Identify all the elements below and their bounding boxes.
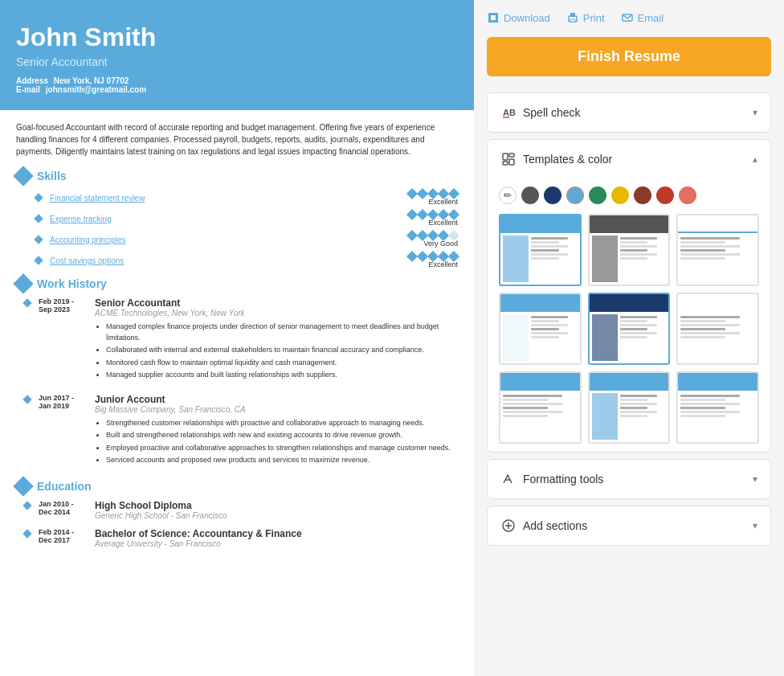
work-bullets: Managed complex finance projects under d… [95,322,458,381]
print-link[interactable]: Print [566,11,605,24]
email-link[interactable]: Email [621,11,664,24]
tools-panel: Download Print [474,0,784,676]
add-sections-header[interactable]: Add sections ▾ [488,506,770,545]
work-title: Junior Account [95,394,458,405]
download-link[interactable]: Download [487,11,550,24]
skill-bullet [34,193,43,202]
resume-preview: John Smith Senior Accountant Address New… [0,0,474,676]
edu-bullet [22,529,31,538]
spell-check-header[interactable]: AB Spell check ▾ [488,93,770,132]
color-swatch[interactable] [566,186,584,204]
skills-icon [13,166,33,186]
templates-header[interactable]: Templates & color ▴ [488,140,770,178]
add-sections-chevron: ▾ [753,520,757,531]
templates-body: ✏ [488,178,770,452]
email-icon [621,11,634,24]
color-swatch[interactable] [679,186,696,204]
add-sections-icon [500,518,517,534]
work-bullet-item: Employed proactive and collaborative app… [106,443,458,454]
resume-name: John Smith [16,23,458,52]
education-icon [13,476,33,496]
template-thumb-6[interactable] [499,371,582,444]
resume-summary: Goal-focused Accountant with record of a… [16,121,458,158]
svg-rect-5 [570,13,575,17]
edu-date: Jan 2010 -Dec 2014 [39,500,95,520]
spell-check-panel: AB Spell check ▾ [487,92,771,133]
education-entry: Feb 2014 -Dec 2017Bachelor of Science: A… [16,528,458,548]
resume-address: Address New York, NJ 07702 [16,76,458,85]
work-history-title: Work History [37,277,107,290]
work-entry: Feb 2019 -Sep 2023Senior AccountantACME … [16,297,458,383]
color-swatch[interactable] [656,186,674,204]
color-swatch[interactable] [611,186,629,204]
edu-degree: Bachelor of Science: Accountancy & Finan… [95,528,458,539]
work-entry: Jun 2017 -Jan 2019Junior AccountBig Mass… [16,394,458,468]
svg-rect-10 [503,154,508,160]
color-swatches: ✏ [499,186,759,204]
skill-row: Expense trackingExcellent [16,211,458,227]
edu-school: Generic High School - San Francisco [95,511,458,520]
resume-email: E-mail johnsmith@greatmail.com [16,85,458,94]
edu-degree: High School Diploma [95,500,458,511]
education-section-header: Education [16,479,458,494]
skill-row: Cost savings optionsExcellent [16,252,458,268]
work-company: ACME Technologies, New York, New York [95,309,458,318]
templates-chevron: ▴ [753,154,757,165]
template-thumb-8[interactable] [676,371,759,444]
skills-section-header: Skills [16,169,458,183]
skill-bullet [34,214,43,223]
template-thumb-4[interactable] [588,293,671,365]
svg-rect-11 [509,154,514,157]
formatting-tools-chevron: ▾ [753,473,757,485]
add-sections-panel: Add sections ▾ [487,506,771,546]
color-swatch[interactable] [634,186,651,204]
work-bullet-item: Built and strengthened relationships wit… [106,430,458,441]
template-thumb-3[interactable] [499,293,582,365]
resume-job-title: Senior Accountant [16,55,458,68]
template-thumb-5[interactable] [676,293,759,365]
color-swatch[interactable] [589,186,606,204]
skills-list: Financial statement reviewExcellentExpen… [16,190,458,268]
skill-name: Cost savings options [50,256,408,265]
svg-text:AB: AB [503,108,516,117]
work-bullet-item: Managed supplier accounts and built last… [106,370,458,381]
work-history-section-header: Work History [16,277,458,291]
template-thumb-0[interactable] [499,214,582,286]
skill-bullet [34,235,43,244]
education-entry: Jan 2010 -Dec 2014High School DiplomaGen… [16,500,458,520]
download-icon [487,11,500,24]
work-bullet [22,298,31,307]
color-swatch-pencil[interactable]: ✏ [499,186,517,204]
templates-icon [500,151,517,167]
color-swatch[interactable] [544,186,561,204]
formatting-tools-panel: Formatting tools ▾ [487,459,771,499]
template-thumb-1[interactable] [588,214,671,286]
template-thumb-2[interactable] [676,214,759,286]
education-title: Education [37,480,92,493]
work-history-list: Feb 2019 -Sep 2023Senior AccountantACME … [16,297,458,468]
skill-bullet [34,256,43,264]
spell-check-chevron: ▾ [753,107,757,118]
skill-name: Accounting principles [50,236,408,244]
spell-check-icon: AB [500,104,517,121]
education-list: Jan 2010 -Dec 2014High School DiplomaGen… [16,500,458,548]
work-bullet [22,395,31,404]
svg-rect-12 [509,159,514,165]
color-swatch[interactable] [521,186,539,204]
work-date: Feb 2019 -Sep 2023 [39,297,95,383]
work-bullet-item: Serviced accounts and proposed new produ… [106,455,458,466]
skill-name: Expense tracking [50,215,408,223]
svg-rect-3 [488,20,498,23]
skills-title: Skills [37,170,67,182]
skill-name: Financial statement review [50,194,408,203]
finish-resume-button[interactable]: Finish Resume [487,37,771,76]
resume-body: Goal-focused Accountant with record of a… [0,110,474,567]
work-bullet-item: Collaborated with internal and external … [106,345,458,356]
formatting-tools-header[interactable]: Formatting tools ▾ [488,460,770,498]
skill-row: Accounting principlesVery Good [16,231,458,248]
work-history-icon [13,273,33,293]
template-thumb-7[interactable] [588,371,671,444]
formatting-tools-icon [500,471,517,487]
work-date: Jun 2017 -Jan 2019 [39,394,95,468]
edu-bullet [22,501,31,510]
